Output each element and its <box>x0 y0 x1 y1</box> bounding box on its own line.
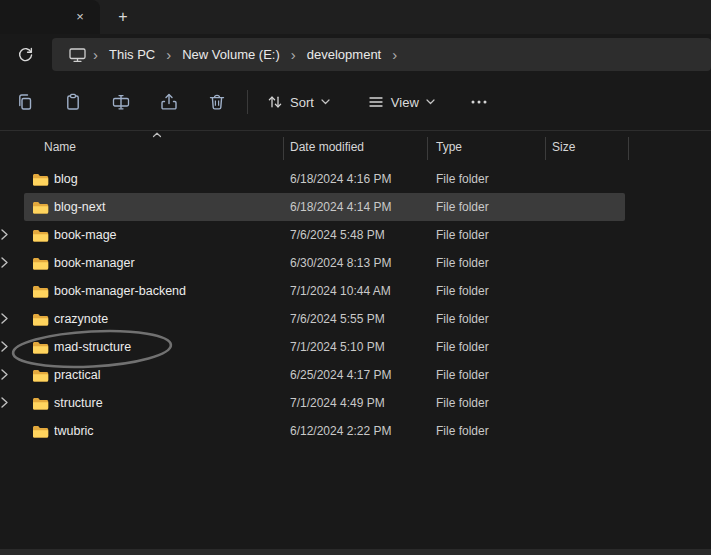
column-divider[interactable] <box>283 137 284 160</box>
file-type: File folder <box>436 340 546 354</box>
file-type: File folder <box>436 312 546 326</box>
chevron-down-icon <box>426 99 435 105</box>
view-button[interactable]: View <box>357 85 446 119</box>
breadcrumb-item[interactable]: New Volume (E:) <box>173 42 289 67</box>
folder-icon <box>32 312 50 327</box>
column-header-name[interactable]: Name <box>44 140 76 154</box>
window-bottom-edge <box>0 549 711 555</box>
refresh-icon <box>17 46 34 63</box>
view-button-label: View <box>391 95 419 110</box>
file-date-modified: 6/18/2024 4:16 PM <box>290 172 436 186</box>
file-date-modified: 6/12/2024 2:22 PM <box>290 424 436 438</box>
tab-close-button[interactable]: × <box>71 8 89 26</box>
file-row[interactable]: book-manager-backend 7/1/2024 10:44 AM F… <box>24 277 625 305</box>
file-date-modified: 6/25/2024 4:17 PM <box>290 368 436 382</box>
folder-icon <box>32 172 50 187</box>
address-bar-row: ›This PC›New Volume (E:)›development› <box>0 34 711 74</box>
sort-button-label: Sort <box>290 95 314 110</box>
file-row[interactable]: blog-next 6/18/2024 4:14 PM File folder <box>24 193 625 221</box>
file-date-modified: 7/1/2024 10:44 AM <box>290 284 436 298</box>
file-row[interactable]: book-manager 6/30/2024 8:13 PM File fold… <box>24 249 625 277</box>
breadcrumb[interactable]: ›This PC›New Volume (E:)›development› <box>52 38 711 71</box>
breadcrumb-chevron-icon[interactable]: › <box>164 42 173 67</box>
folder-icon <box>32 284 50 299</box>
file-type: File folder <box>436 396 546 410</box>
folder-icon <box>32 424 50 439</box>
delete-button[interactable] <box>197 84 237 120</box>
file-date-modified: 7/6/2024 5:55 PM <box>290 312 436 326</box>
folder-icon <box>32 200 50 215</box>
file-date-modified: 6/30/2024 8:13 PM <box>290 256 436 270</box>
delete-icon <box>208 93 226 111</box>
sort-ascending-caret-icon <box>152 132 162 138</box>
explorer-tab[interactable]: × <box>0 0 100 34</box>
file-name: mad-structure <box>54 340 290 354</box>
chevron-down-icon <box>321 99 330 105</box>
refresh-button[interactable] <box>11 41 39 67</box>
share-icon <box>160 93 178 111</box>
paste-icon <box>64 93 82 111</box>
file-row[interactable]: book-mage 7/6/2024 5:48 PM File folder <box>24 221 625 249</box>
file-explorer-window: × + ›This PC›New Volume (E:)›development… <box>0 0 711 555</box>
breadcrumb-items: ›This PC›New Volume (E:)›development› <box>91 42 399 67</box>
toolbar-separator <box>247 90 248 114</box>
file-date-modified: 6/18/2024 4:14 PM <box>290 200 436 214</box>
breadcrumb-chevron-icon[interactable]: › <box>390 42 399 67</box>
file-row[interactable]: structure 7/1/2024 4:49 PM File folder <box>24 389 625 417</box>
folder-icon <box>32 228 50 243</box>
new-tab-button[interactable]: + <box>112 6 134 28</box>
rename-button[interactable] <box>101 84 141 120</box>
file-list: blog 6/18/2024 4:16 PM File folder blog-… <box>0 165 711 445</box>
file-name: book-manager-backend <box>54 284 290 298</box>
folder-icon <box>32 340 50 355</box>
file-type: File folder <box>436 200 546 214</box>
sort-button[interactable]: Sort <box>256 85 341 119</box>
column-divider[interactable] <box>628 137 629 160</box>
paste-button[interactable] <box>53 84 93 120</box>
tab-bar: × + <box>0 0 711 34</box>
file-row[interactable]: twubric 6/12/2024 2:22 PM File folder <box>24 417 625 445</box>
column-header-date-modified[interactable]: Date modified <box>290 140 364 154</box>
rename-icon <box>112 93 130 111</box>
file-type: File folder <box>436 228 546 242</box>
file-row[interactable]: crazynote 7/6/2024 5:55 PM File folder <box>24 305 625 333</box>
file-type: File folder <box>436 172 546 186</box>
breadcrumb-item[interactable]: This PC <box>100 42 164 67</box>
breadcrumb-chevron-icon[interactable]: › <box>91 42 100 67</box>
file-row[interactable]: mad-structure 7/1/2024 5:10 PM File fold… <box>24 333 625 361</box>
file-name: book-manager <box>54 256 290 270</box>
more-options-button[interactable] <box>460 85 498 119</box>
file-name: crazynote <box>54 312 290 326</box>
this-pc-icon <box>68 46 87 63</box>
breadcrumb-item[interactable]: development <box>298 42 390 67</box>
file-row[interactable]: practical 6/25/2024 4:17 PM File folder <box>24 361 625 389</box>
file-row[interactable]: blog 6/18/2024 4:16 PM File folder <box>24 165 625 193</box>
folder-icon <box>32 256 50 271</box>
file-type: File folder <box>436 284 546 298</box>
file-date-modified: 7/6/2024 5:48 PM <box>290 228 436 242</box>
view-icon <box>368 94 384 110</box>
command-toolbar: Sort View <box>0 74 711 131</box>
column-header-size[interactable]: Size <box>552 140 575 154</box>
file-type: File folder <box>436 256 546 270</box>
file-name: practical <box>54 368 290 382</box>
sort-icon <box>267 94 283 110</box>
file-name: twubric <box>54 424 290 438</box>
file-name: book-mage <box>54 228 290 242</box>
folder-icon <box>32 396 50 411</box>
share-button[interactable] <box>149 84 189 120</box>
ellipsis-icon <box>470 99 488 105</box>
file-date-modified: 7/1/2024 5:10 PM <box>290 340 436 354</box>
file-type: File folder <box>436 424 546 438</box>
column-divider[interactable] <box>545 137 546 160</box>
copy-button[interactable] <box>5 84 45 120</box>
file-name: structure <box>54 396 290 410</box>
column-divider[interactable] <box>427 137 428 160</box>
column-header-type[interactable]: Type <box>436 140 462 154</box>
folder-icon <box>32 368 50 383</box>
column-header-row: Name Date modified Type Size <box>0 131 711 165</box>
file-type: File folder <box>436 368 546 382</box>
file-name: blog-next <box>54 200 290 214</box>
breadcrumb-chevron-icon[interactable]: › <box>289 42 298 67</box>
file-name: blog <box>54 172 290 186</box>
